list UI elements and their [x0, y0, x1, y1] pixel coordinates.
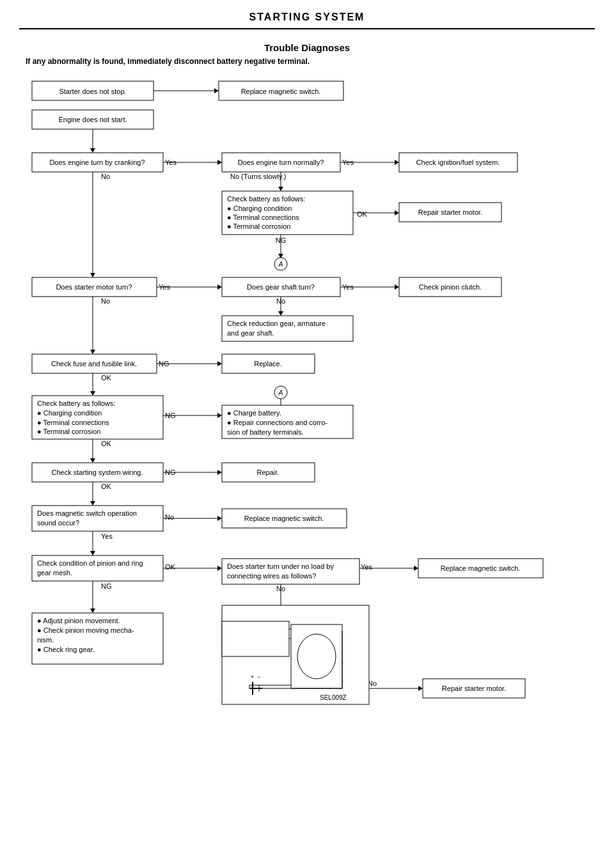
section-title: Trouble Diagnoses — [26, 42, 588, 53]
charge-battery-2: ● Repair connections and corro- — [227, 419, 327, 426]
charge-battery-1: ● Charge battery. — [227, 409, 281, 417]
check-battery-top-4: ● Terminal corrosion — [227, 222, 290, 230]
battery-plus: + — [251, 674, 254, 680]
replace-magnetic-top-text: Replace magnetic switch. — [241, 88, 321, 95]
svg-marker-71 — [90, 608, 95, 613]
adjust-pinion-1: ● Adjust pinion movement. — [37, 617, 120, 624]
magnetic-sound-1: Does magnetic switch operation — [37, 509, 137, 517]
svg-marker-59 — [217, 516, 222, 521]
check-wiring-text: Check starting system wiring. — [51, 469, 143, 476]
check-pinion-ring-2: gear mesh. — [37, 569, 72, 577]
adjust-pinion-2: ● Check pinion moving mecha- — [37, 626, 134, 634]
ok-label-5: OK — [165, 563, 176, 571]
no-label-1: No — [101, 173, 110, 180]
check-reduction-1: Check reduction gear, armature — [227, 320, 326, 327]
svg-marker-9 — [217, 160, 222, 165]
check-battery-top-2: ● Charging condition — [227, 205, 292, 212]
svg-marker-27 — [217, 284, 222, 290]
circle-a-mid: A — [278, 389, 283, 396]
does-starter-noload-1: Does starter turn under no load by — [227, 562, 334, 570]
ng-label-5: NG — [101, 582, 112, 590]
magnetic-sound-2: sound occur? — [37, 519, 79, 527]
no-label-2: No — [101, 297, 110, 305]
flowchart-diagram: Starter does not stop. Replace magnetic … — [26, 75, 588, 856]
ok-label-1: OK — [357, 210, 368, 218]
yes-label-5: Yes — [101, 532, 113, 540]
repair-text: Repair. — [257, 469, 279, 476]
svg-marker-2 — [214, 88, 219, 93]
svg-marker-65 — [217, 566, 222, 571]
svg-marker-36 — [90, 350, 95, 354]
check-fuse-text: Check fuse and fusible link. — [51, 360, 137, 368]
check-battery-mid-1: Check battery as follows: — [37, 399, 115, 407]
no-turns-slowly-text: No (Turns slowly.) — [230, 173, 286, 180]
does-starter-turn-text: Does starter motor turn? — [56, 283, 132, 291]
check-reduction-2: and gear shaft. — [227, 329, 274, 337]
flowchart-svg: Starter does not stop. Replace magnetic … — [26, 75, 588, 855]
svg-marker-24 — [90, 273, 95, 277]
check-ignition-text: Check ignition/fuel system. — [416, 159, 500, 166]
subtitle: If any abnormality is found, immediately… — [26, 57, 588, 66]
svg-marker-39 — [217, 361, 222, 366]
page-header: STARTING SYSTEM — [0, 0, 614, 29]
check-pinion-text: Check pinion clutch. — [419, 283, 482, 291]
svg-point-82 — [297, 634, 336, 679]
header-title: STARTING SYSTEM — [19, 12, 595, 23]
diagram-label-text: SEL009Z — [320, 694, 347, 701]
svg-marker-53 — [217, 470, 222, 475]
no-label-4: No — [165, 513, 174, 521]
svg-marker-68 — [414, 566, 418, 571]
svg-marker-12 — [395, 160, 399, 165]
starter-no-stop-text: Starter does not stop. — [59, 88, 126, 95]
check-battery-mid-2: ● Charging condition — [37, 409, 102, 417]
adjust-pinion-3: nism. — [37, 636, 54, 644]
svg-marker-42 — [90, 391, 95, 396]
check-battery-mid-4: ● Terminal corrosion — [37, 428, 100, 435]
replace-magnetic-3-text: Replace magnetic switch. — [441, 564, 521, 572]
svg-marker-62 — [90, 551, 95, 555]
battery-minus: − — [257, 674, 260, 680]
circle-a-top: A — [278, 261, 283, 268]
svg-rect-85 — [222, 621, 289, 656]
does-engine-normally-text: Does engine turn normally? — [238, 159, 324, 166]
check-battery-top-1: Check battery as follows: — [227, 195, 305, 203]
svg-marker-16 — [278, 187, 283, 191]
svg-marker-74 — [418, 686, 423, 691]
charge-battery-3: sion of battery terminals. — [227, 428, 304, 436]
check-battery-top-3: ● Terminal connections — [227, 213, 299, 221]
check-battery-mid-3: ● Terminal connections — [37, 419, 109, 426]
repair-starter-top-text: Repair starter motor. — [418, 208, 482, 216]
does-engine-crank-text: Does engine turn by cranking? — [49, 159, 145, 166]
yes-label-6: Yes — [361, 563, 372, 571]
ok-label-2: OK — [101, 374, 112, 382]
does-starter-noload-2: connecting wires as follows? — [227, 572, 316, 580]
does-gear-shaft-text: Does gear shaft turn? — [247, 283, 315, 291]
check-pinion-ring-1: Check condition of pinion and ring — [37, 559, 143, 567]
replace-text: Replace. — [254, 360, 281, 368]
svg-marker-30 — [395, 284, 399, 290]
svg-marker-47 — [217, 413, 222, 418]
replace-magnetic-2-text: Replace magnetic switch. — [244, 515, 324, 522]
svg-marker-56 — [90, 501, 95, 506]
engine-no-start-text: Engine does not start. — [58, 116, 127, 123]
repair-starter-2-text: Repair starter motor. — [442, 685, 506, 692]
ok-label-4: OK — [101, 483, 112, 490]
svg-marker-50 — [90, 458, 95, 463]
ok-label-3: OK — [101, 440, 112, 447]
svg-marker-19 — [395, 210, 399, 215]
svg-marker-33 — [278, 311, 283, 316]
svg-marker-6 — [90, 148, 95, 153]
adjust-pinion-4: ● Check ring gear. — [37, 646, 95, 653]
